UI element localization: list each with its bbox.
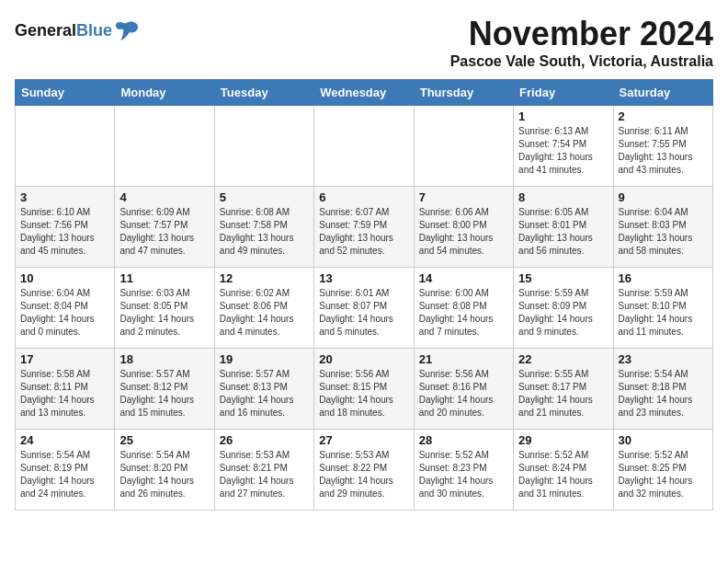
calendar-week-3: 10Sunrise: 6:04 AM Sunset: 8:04 PM Dayli… (16, 268, 713, 349)
calendar-cell (314, 106, 414, 187)
calendar-cell: 25Sunrise: 5:54 AM Sunset: 8:20 PM Dayli… (115, 430, 214, 511)
calendar-header-wednesday: Wednesday (314, 80, 414, 106)
logo: GeneralBlue (15, 18, 140, 44)
day-number: 21 (419, 352, 508, 366)
day-number: 26 (220, 433, 309, 447)
calendar-cell: 6Sunrise: 6:07 AM Sunset: 7:59 PM Daylig… (314, 187, 414, 268)
calendar-table: SundayMondayTuesdayWednesdayThursdayFrid… (15, 79, 713, 511)
calendar-cell: 17Sunrise: 5:58 AM Sunset: 8:11 PM Dayli… (16, 349, 115, 430)
day-info: Sunrise: 6:10 AM Sunset: 7:56 PM Dayligh… (20, 206, 109, 258)
calendar-cell: 24Sunrise: 5:54 AM Sunset: 8:19 PM Dayli… (16, 430, 115, 511)
day-info: Sunrise: 6:07 AM Sunset: 7:59 PM Dayligh… (319, 206, 408, 258)
calendar-header-sunday: Sunday (16, 80, 115, 106)
calendar-body: 1Sunrise: 6:13 AM Sunset: 7:54 PM Daylig… (16, 106, 713, 511)
calendar-cell: 12Sunrise: 6:02 AM Sunset: 8:06 PM Dayli… (214, 268, 313, 349)
day-number: 30 (619, 433, 708, 447)
calendar-header-thursday: Thursday (414, 80, 513, 106)
day-info: Sunrise: 5:56 AM Sunset: 8:15 PM Dayligh… (319, 368, 408, 419)
calendar-header-tuesday: Tuesday (214, 80, 313, 106)
main-title: November 2024 (450, 15, 713, 53)
day-number: 22 (518, 352, 608, 366)
day-info: Sunrise: 6:03 AM Sunset: 8:05 PM Dayligh… (119, 287, 209, 339)
day-info: Sunrise: 6:06 AM Sunset: 8:00 PM Dayligh… (419, 206, 508, 258)
calendar-week-4: 17Sunrise: 5:58 AM Sunset: 8:11 PM Dayli… (16, 349, 713, 430)
calendar-cell (414, 106, 513, 187)
day-number: 20 (319, 352, 408, 366)
day-number: 10 (20, 271, 109, 285)
calendar-header-monday: Monday (115, 80, 214, 106)
day-number: 11 (119, 271, 209, 285)
day-info: Sunrise: 6:00 AM Sunset: 8:08 PM Dayligh… (419, 287, 508, 339)
day-info: Sunrise: 6:02 AM Sunset: 8:06 PM Dayligh… (220, 287, 309, 339)
day-number: 9 (619, 190, 708, 204)
day-number: 29 (518, 433, 608, 447)
calendar-cell: 10Sunrise: 6:04 AM Sunset: 8:04 PM Dayli… (16, 268, 115, 349)
day-info: Sunrise: 5:52 AM Sunset: 8:24 PM Dayligh… (518, 449, 608, 500)
calendar-week-2: 3Sunrise: 6:10 AM Sunset: 7:56 PM Daylig… (16, 187, 713, 268)
day-info: Sunrise: 5:53 AM Sunset: 8:22 PM Dayligh… (319, 449, 408, 500)
day-number: 3 (20, 190, 109, 204)
day-info: Sunrise: 6:04 AM Sunset: 8:04 PM Dayligh… (20, 287, 109, 339)
day-number: 28 (419, 433, 508, 447)
calendar-cell (16, 106, 115, 187)
calendar-cell: 11Sunrise: 6:03 AM Sunset: 8:05 PM Dayli… (115, 268, 214, 349)
calendar-cell: 1Sunrise: 6:13 AM Sunset: 7:54 PM Daylig… (514, 106, 613, 187)
day-info: Sunrise: 6:13 AM Sunset: 7:54 PM Dayligh… (518, 125, 608, 177)
calendar-header: SundayMondayTuesdayWednesdayThursdayFrid… (16, 80, 713, 106)
calendar-cell: 5Sunrise: 6:08 AM Sunset: 7:58 PM Daylig… (214, 187, 313, 268)
calendar-cell: 22Sunrise: 5:55 AM Sunset: 8:17 PM Dayli… (514, 349, 613, 430)
day-info: Sunrise: 6:11 AM Sunset: 7:55 PM Dayligh… (619, 125, 708, 177)
calendar-cell: 13Sunrise: 6:01 AM Sunset: 8:07 PM Dayli… (314, 268, 414, 349)
day-number: 27 (319, 433, 408, 447)
calendar-week-1: 1Sunrise: 6:13 AM Sunset: 7:54 PM Daylig… (16, 106, 713, 187)
calendar-cell: 4Sunrise: 6:09 AM Sunset: 7:57 PM Daylig… (115, 187, 214, 268)
day-info: Sunrise: 5:54 AM Sunset: 8:20 PM Dayligh… (119, 449, 209, 500)
calendar-cell: 28Sunrise: 5:52 AM Sunset: 8:23 PM Dayli… (414, 430, 513, 511)
calendar-cell: 23Sunrise: 5:54 AM Sunset: 8:18 PM Dayli… (613, 349, 712, 430)
day-info: Sunrise: 5:56 AM Sunset: 8:16 PM Dayligh… (419, 368, 508, 419)
calendar-cell: 15Sunrise: 5:59 AM Sunset: 8:09 PM Dayli… (514, 268, 613, 349)
calendar-header-friday: Friday (514, 80, 613, 106)
day-number: 12 (220, 271, 309, 285)
day-number: 7 (419, 190, 508, 204)
calendar-cell: 20Sunrise: 5:56 AM Sunset: 8:15 PM Dayli… (314, 349, 414, 430)
subtitle: Pascoe Vale South, Victoria, Australia (450, 53, 713, 70)
day-info: Sunrise: 5:59 AM Sunset: 8:09 PM Dayligh… (518, 287, 608, 339)
day-number: 24 (20, 433, 109, 447)
day-number: 15 (518, 271, 608, 285)
day-info: Sunrise: 5:57 AM Sunset: 8:13 PM Dayligh… (220, 368, 309, 419)
day-number: 5 (220, 190, 309, 204)
calendar-cell (115, 106, 214, 187)
calendar-cell: 30Sunrise: 5:52 AM Sunset: 8:25 PM Dayli… (613, 430, 712, 511)
logo-bird-icon (114, 18, 140, 44)
day-number: 16 (619, 271, 708, 285)
day-number: 25 (119, 433, 209, 447)
day-number: 8 (518, 190, 608, 204)
day-number: 17 (20, 352, 109, 366)
day-number: 14 (419, 271, 508, 285)
day-number: 4 (119, 190, 209, 204)
day-info: Sunrise: 6:04 AM Sunset: 8:03 PM Dayligh… (619, 206, 708, 258)
day-info: Sunrise: 5:52 AM Sunset: 8:25 PM Dayligh… (619, 449, 708, 500)
day-info: Sunrise: 5:52 AM Sunset: 8:23 PM Dayligh… (419, 449, 508, 500)
day-info: Sunrise: 5:58 AM Sunset: 8:11 PM Dayligh… (20, 368, 109, 419)
day-number: 6 (319, 190, 408, 204)
day-info: Sunrise: 6:05 AM Sunset: 8:01 PM Dayligh… (518, 206, 608, 258)
day-info: Sunrise: 6:09 AM Sunset: 7:57 PM Dayligh… (119, 206, 209, 258)
calendar-cell: 3Sunrise: 6:10 AM Sunset: 7:56 PM Daylig… (16, 187, 115, 268)
calendar-cell: 7Sunrise: 6:06 AM Sunset: 8:00 PM Daylig… (414, 187, 513, 268)
day-info: Sunrise: 6:08 AM Sunset: 7:58 PM Dayligh… (220, 206, 309, 258)
calendar-cell: 9Sunrise: 6:04 AM Sunset: 8:03 PM Daylig… (613, 187, 712, 268)
calendar-week-5: 24Sunrise: 5:54 AM Sunset: 8:19 PM Dayli… (16, 430, 713, 511)
logo-text: GeneralBlue (15, 22, 112, 40)
header: GeneralBlue November 2024 Pascoe Vale So… (15, 15, 713, 70)
day-number: 18 (119, 352, 209, 366)
calendar-cell: 21Sunrise: 5:56 AM Sunset: 8:16 PM Dayli… (414, 349, 513, 430)
day-info: Sunrise: 5:59 AM Sunset: 8:10 PM Dayligh… (619, 287, 708, 339)
day-number: 13 (319, 271, 408, 285)
calendar-cell: 2Sunrise: 6:11 AM Sunset: 7:55 PM Daylig… (613, 106, 712, 187)
calendar-cell: 29Sunrise: 5:52 AM Sunset: 8:24 PM Dayli… (514, 430, 613, 511)
calendar-cell: 27Sunrise: 5:53 AM Sunset: 8:22 PM Dayli… (314, 430, 414, 511)
title-section: November 2024 Pascoe Vale South, Victori… (450, 15, 713, 70)
calendar-cell: 19Sunrise: 5:57 AM Sunset: 8:13 PM Dayli… (214, 349, 313, 430)
